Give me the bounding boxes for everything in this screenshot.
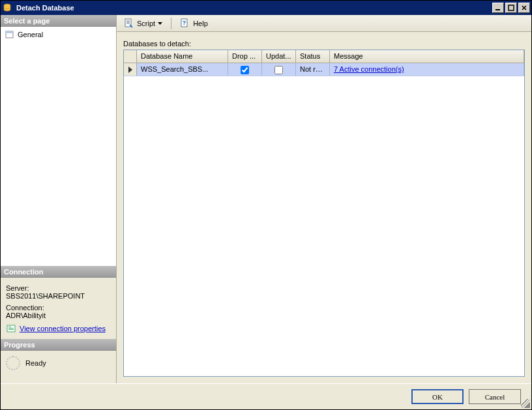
svg-rect-7 xyxy=(8,328,14,329)
grid-header-drop[interactable]: Drop ... xyxy=(228,50,262,63)
server-value: SBS2011\SHAREPOINT xyxy=(6,292,111,300)
script-icon xyxy=(124,18,134,29)
titlebar: Detach Database xyxy=(1,1,531,15)
update-statistics-checkbox[interactable] xyxy=(274,66,283,74)
page-icon xyxy=(5,29,15,40)
connection-value: ADR\Abilityit xyxy=(6,312,111,319)
connection-area: Server: SBS2011\SHAREPOINT Connection: A… xyxy=(1,278,116,339)
right-panel: Script ? Help Databases to detach: xyxy=(117,15,531,383)
page-nav: General xyxy=(1,27,116,266)
grid-header-status[interactable]: Status xyxy=(296,50,330,63)
progress-spinner-icon xyxy=(6,356,20,370)
close-button[interactable] xyxy=(518,3,530,13)
grid-header-rowselector xyxy=(124,50,137,63)
grid-label: Databases to detach: xyxy=(123,40,525,48)
toolbar: Script ? Help xyxy=(117,15,531,32)
detach-database-window: Detach Database Select a page General Co… xyxy=(0,0,532,410)
cell-update[interactable] xyxy=(262,63,296,76)
connection-header: Connection xyxy=(1,266,116,278)
window-title: Detach Database xyxy=(15,4,491,12)
database-icon xyxy=(2,3,12,13)
ok-button[interactable]: OK xyxy=(411,389,464,404)
progress-area: Ready xyxy=(1,351,116,383)
resize-grip[interactable] xyxy=(521,399,530,408)
databases-grid[interactable]: Database Name Drop ... Updat... Status M… xyxy=(123,50,525,377)
dialog-footer: OK Cancel xyxy=(1,383,531,409)
table-row[interactable]: WSS_Search_SBS... Not re... 7 Active con… xyxy=(124,63,524,76)
svg-rect-6 xyxy=(8,327,11,327)
grid-header-name[interactable]: Database Name xyxy=(137,50,228,63)
help-icon: ? xyxy=(180,18,190,29)
server-label: Server: xyxy=(6,284,111,292)
nav-item-label: General xyxy=(18,31,43,38)
script-label: Script xyxy=(137,20,155,27)
progress-status: Ready xyxy=(25,359,46,367)
row-indicator xyxy=(124,63,137,76)
nav-item-general[interactable]: General xyxy=(3,29,113,40)
dropdown-arrow-icon[interactable] xyxy=(158,21,162,25)
maximize-button[interactable] xyxy=(505,3,517,13)
svg-text:?: ? xyxy=(183,20,186,26)
view-connection-properties-link[interactable]: View connection properties xyxy=(20,325,106,332)
svg-rect-4 xyxy=(6,31,13,33)
grid-header-message[interactable]: Message xyxy=(330,50,524,63)
cell-message: 7 Active connection(s) xyxy=(330,63,524,76)
cell-database-name[interactable]: WSS_Search_SBS... xyxy=(137,63,228,76)
help-label: Help xyxy=(193,20,208,27)
svg-rect-2 xyxy=(509,5,514,10)
current-row-icon xyxy=(128,66,133,73)
cell-drop[interactable] xyxy=(228,63,262,76)
left-panel: Select a page General Connection Server:… xyxy=(1,15,117,383)
cancel-button[interactable]: Cancel xyxy=(469,389,521,404)
minimize-button[interactable] xyxy=(492,3,504,13)
cell-status: Not re... xyxy=(296,63,330,76)
main-content: Databases to detach: Database Name Drop … xyxy=(117,32,531,383)
active-connections-link[interactable]: 7 Active connection(s) xyxy=(334,65,404,73)
svg-rect-1 xyxy=(495,9,500,10)
connection-label: Connection: xyxy=(6,304,111,312)
grid-header: Database Name Drop ... Updat... Status M… xyxy=(124,50,524,63)
script-button[interactable]: Script xyxy=(121,16,166,31)
svg-rect-8 xyxy=(8,329,14,330)
progress-header: Progress xyxy=(1,339,116,351)
grid-header-update[interactable]: Updat... xyxy=(262,50,296,63)
help-button[interactable]: ? Help xyxy=(177,16,211,31)
select-page-header: Select a page xyxy=(1,15,116,27)
toolbar-separator xyxy=(171,18,171,29)
grid-body: WSS_Search_SBS... Not re... 7 Active con… xyxy=(124,63,524,376)
properties-icon xyxy=(6,323,16,334)
drop-connections-checkbox[interactable] xyxy=(241,66,249,74)
